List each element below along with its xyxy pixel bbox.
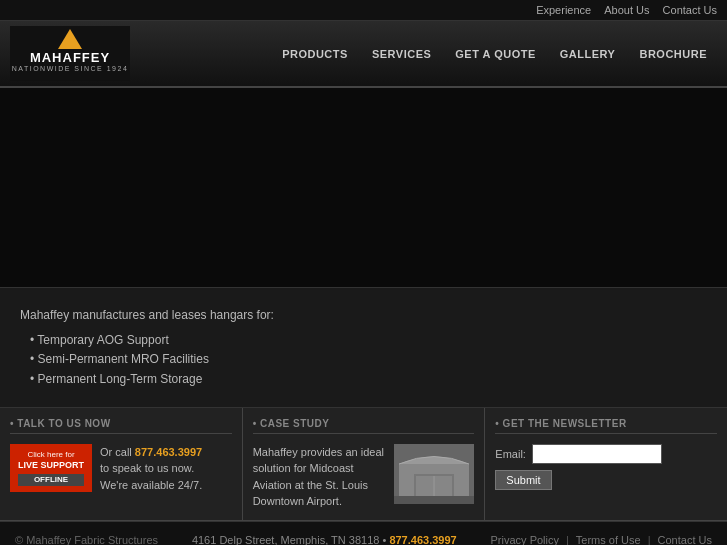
three-col-section: • TALK TO US NOW Click here for LIVE SUP… bbox=[0, 408, 727, 521]
list-item: Temporary AOG Support bbox=[30, 331, 707, 350]
svg-rect-5 bbox=[394, 496, 474, 504]
case-study-col: • CASE STUDY Mahaffey provides an ideal … bbox=[243, 408, 486, 520]
offline-label: OFFLINE bbox=[18, 474, 84, 486]
click-here-text: Click here for bbox=[18, 450, 84, 460]
footer-phone: 877.463.3997 bbox=[389, 534, 456, 545]
footer-address: 4161 Delp Street, Memphis, TN 38118 • 87… bbox=[192, 534, 457, 545]
nav-services[interactable]: SERVICES bbox=[362, 42, 441, 66]
hero-section bbox=[0, 88, 727, 288]
case-text: Mahaffey provides an ideal solution for … bbox=[253, 444, 387, 510]
description-intro: Mahaffey manufactures and leases hangars… bbox=[20, 306, 707, 325]
live-support-label: LIVE SUPPORT bbox=[18, 460, 84, 470]
newsletter-header: • GET THE NEWSLETTER bbox=[495, 418, 717, 434]
nav-gallery[interactable]: GALLERY bbox=[550, 42, 626, 66]
logo-inner: MAHAFFEY NATIONWIDE SINCE 1924 bbox=[12, 50, 129, 72]
separator: | bbox=[648, 534, 651, 545]
footer: © Mahaffey Fabric Structures 4161 Delp S… bbox=[0, 521, 727, 545]
contact-us-link[interactable]: Contact Us bbox=[663, 4, 717, 16]
description-section: Mahaffey manufactures and leases hangars… bbox=[0, 288, 727, 408]
header: MAHAFFEY NATIONWIDE SINCE 1924 PRODUCTS … bbox=[0, 21, 727, 88]
logo-subtitle: NATIONWIDE SINCE 1924 bbox=[12, 65, 129, 72]
footer-contact-link[interactable]: Contact Us bbox=[658, 534, 712, 545]
submit-button[interactable]: Submit bbox=[495, 470, 551, 490]
address-text: 4161 Delp Street, Memphis, TN 38118 bbox=[192, 534, 380, 545]
live-support-button[interactable]: Click here for LIVE SUPPORT OFFLINE bbox=[10, 444, 92, 492]
main-nav: PRODUCTS SERVICES GET A QUOTE GALLERY BR… bbox=[130, 42, 717, 66]
talk-to-us-col: • TALK TO US NOW Click here for LIVE SUP… bbox=[0, 408, 243, 520]
footer-copyright: © Mahaffey Fabric Structures bbox=[15, 534, 158, 545]
case-study-header: • CASE STUDY bbox=[253, 418, 475, 434]
logo-name: MAHAFFEY bbox=[12, 50, 129, 65]
logo[interactable]: MAHAFFEY NATIONWIDE SINCE 1924 bbox=[10, 26, 130, 81]
logo-triangle bbox=[58, 29, 82, 49]
list-item: Semi-Permanent MRO Facilities bbox=[30, 350, 707, 369]
nav-get-a-quote[interactable]: GET A QUOTE bbox=[445, 42, 545, 66]
to-speak-text: to speak to us now. bbox=[100, 462, 194, 474]
nav-products[interactable]: PRODUCTS bbox=[272, 42, 358, 66]
talk-text: Or call 877.463.3997 to speak to us now.… bbox=[100, 444, 202, 494]
privacy-policy-link[interactable]: Privacy Policy bbox=[491, 534, 559, 545]
nav-brochure[interactable]: BROCHURE bbox=[629, 42, 717, 66]
newsletter-col: • GET THE NEWSLETTER Email: Submit bbox=[485, 408, 727, 520]
terms-of-use-link[interactable]: Terms of Use bbox=[576, 534, 641, 545]
experience-link[interactable]: Experience bbox=[536, 4, 591, 16]
about-us-link[interactable]: About Us bbox=[604, 4, 649, 16]
case-study-image bbox=[394, 444, 474, 504]
footer-links: Privacy Policy | Terms of Use | Contact … bbox=[491, 534, 712, 545]
list-item: Permanent Long-Term Storage bbox=[30, 370, 707, 389]
talk-content: Click here for LIVE SUPPORT OFFLINE Or c… bbox=[10, 444, 232, 494]
newsletter-content: Email: Submit bbox=[495, 444, 717, 490]
email-label: Email: bbox=[495, 448, 526, 460]
phone-number: 877.463.3997 bbox=[135, 446, 202, 458]
description-list: Temporary AOG Support Semi-Permanent MRO… bbox=[30, 331, 707, 389]
available-text: We're available 24/7. bbox=[100, 479, 202, 491]
top-nav: Experience About Us Contact Us bbox=[0, 0, 727, 21]
or-call-text: Or call bbox=[100, 446, 132, 458]
separator: | bbox=[566, 534, 569, 545]
case-content: Mahaffey provides an ideal solution for … bbox=[253, 444, 475, 510]
email-input[interactable] bbox=[532, 444, 662, 464]
talk-to-us-header: • TALK TO US NOW bbox=[10, 418, 232, 434]
